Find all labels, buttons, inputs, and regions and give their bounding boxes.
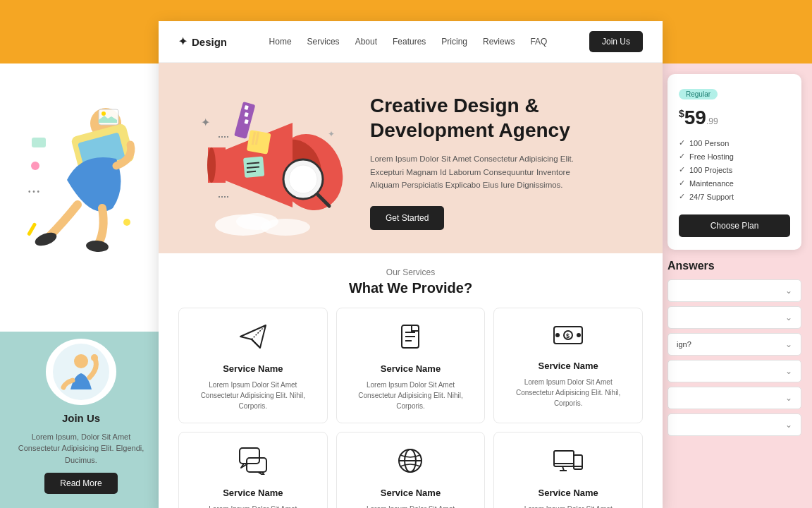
service-name-4: Service Name	[190, 488, 316, 498]
svg-point-48	[577, 333, 581, 337]
document-icon	[348, 322, 474, 356]
hero-description: Lorem Ipsum Dolor Sit Amet Consectetur A…	[370, 152, 596, 191]
nav-item-faq[interactable]: FAQ	[530, 37, 547, 47]
service-desc-3: Lorem Ipsum Dolor Sit Amet Consectetur A…	[505, 377, 631, 409]
service-name-5: Service Name	[348, 488, 474, 498]
services-subtitle: Our Services	[178, 267, 643, 277]
get-started-button[interactable]: Get Started	[370, 206, 444, 230]
join-us-title: Join Us	[62, 412, 100, 424]
service-card-5: Service Name Lorem Ipsum Dolor Sit Amet …	[336, 432, 486, 508]
service-card-6: Service Name Lorem Ipsum Dolor Sit Amet …	[493, 432, 643, 508]
svg-point-47	[555, 333, 560, 337]
left-bottom-panel: Join Us Lorem Ipsum, Dolor Sit Amet Cons…	[11, 339, 152, 494]
right-panel: Regular $59.99 100 Person Free Hosting 1…	[660, 67, 808, 447]
feature-item: 100 Person	[679, 136, 790, 150]
faq-item-6[interactable]: ⌄	[668, 413, 801, 436]
nav-item-pricing[interactable]: Pricing	[441, 37, 467, 47]
brand-name: Design	[192, 36, 227, 48]
globe-icon	[348, 447, 474, 480]
svg-point-26	[289, 165, 317, 193]
nav-item-home[interactable]: Home	[269, 37, 292, 47]
service-desc-4: Lorem Ipsum Dolor Sit Amet Consectetur A…	[190, 504, 316, 508]
service-desc-2: Lorem Ipsum Dolor Sit Amet Consectetur A…	[348, 380, 474, 411]
service-card-3: $ Service Name Lorem Ipsum Dolor Sit Ame…	[493, 308, 643, 423]
svg-text:• • •: • • •	[28, 188, 40, 195]
nav-item-reviews[interactable]: Reviews	[483, 37, 515, 47]
faq-item-4[interactable]: ⌄	[668, 360, 801, 382]
svg-point-17	[207, 147, 216, 183]
service-card-1: Service Name Lorem Ipsum Dolor Sit Amet …	[178, 308, 328, 423]
service-card-4: Service Name Lorem Ipsum Dolor Sit Amet …	[178, 432, 328, 508]
hero-section: ✦ ✦ Creative Design & Development Agency	[159, 63, 663, 253]
svg-point-4	[85, 240, 109, 253]
services-section: Our Services What We Provide? Service Na…	[159, 253, 663, 508]
pricing-card: Regular $59.99 100 Person Free Hosting 1…	[668, 74, 801, 250]
faq-item-label-3: ign?	[677, 340, 785, 349]
svg-rect-50	[247, 458, 266, 472]
faq-section: Answers ⌄ ⌄ ign? ⌄ ⌄ ⌄ ⌄	[668, 260, 801, 436]
feature-item: Maintenance	[679, 176, 790, 190]
chevron-down-icon-5: ⌄	[785, 393, 792, 403]
services-grid: Service Name Lorem Ipsum Dolor Sit Amet …	[178, 308, 643, 508]
nav-item-services[interactable]: Services	[307, 37, 340, 47]
service-desc-5: Lorem Ipsum Dolor Sit Amet Consectetur A…	[348, 504, 474, 508]
choose-plan-button[interactable]: Choose Plan	[679, 214, 790, 237]
svg-point-10	[102, 111, 106, 116]
svg-point-13	[74, 354, 88, 368]
svg-line-24	[247, 171, 256, 172]
join-us-desc: Lorem Ipsum, Dolor Sit Amet Consectetur …	[11, 431, 152, 466]
join-button[interactable]: Join Us	[589, 31, 643, 52]
brand-icon: ✦	[178, 35, 187, 48]
service-name-1: Service Name	[190, 363, 316, 374]
join-us-avatar	[46, 339, 116, 405]
hero-title: Creative Design & Development Agency	[370, 93, 634, 143]
pricing-badge: Regular	[679, 89, 718, 99]
service-name-2: Service Name	[348, 363, 474, 374]
feature-item: Free Hosting	[679, 150, 790, 163]
faq-item-1[interactable]: ⌄	[668, 279, 801, 302]
devices-icon	[505, 447, 631, 480]
svg-point-7	[123, 219, 130, 226]
feature-item: 24/7 Support	[679, 190, 790, 203]
services-title: What We Provide?	[178, 280, 643, 296]
svg-text:✦: ✦	[201, 116, 210, 128]
svg-point-14	[91, 354, 98, 361]
hero-title-line2: Development Agency	[370, 118, 634, 143]
navbar-brand: ✦ Design	[178, 35, 227, 48]
navbar: ✦ Design Home Services About Features Pr…	[159, 21, 663, 63]
plane-icon	[190, 322, 316, 356]
chevron-down-icon-6: ⌄	[785, 420, 792, 430]
service-desc-6: Lorem Ipsum Dolor Sit Amet Consectetur A…	[505, 504, 631, 508]
pricing-price: $59.99	[679, 107, 790, 129]
faq-item-3[interactable]: ign? ⌄	[668, 333, 801, 356]
service-name-3: Service Name	[505, 361, 631, 371]
read-more-button[interactable]: Read More	[44, 473, 117, 494]
svg-point-12	[53, 344, 109, 400]
svg-text:✦: ✦	[328, 129, 335, 139]
left-illustration-panel: • • •	[11, 71, 152, 303]
faq-item-5[interactable]: ⌄	[668, 387, 801, 409]
service-name-6: Service Name	[505, 488, 631, 498]
service-desc-1: Lorem Ipsum Dolor Sit Amet Consectetur A…	[190, 380, 316, 411]
price-cents: .99	[706, 116, 718, 126]
chat-icon	[190, 447, 316, 480]
hero-illustration: ✦ ✦	[180, 87, 356, 236]
main-website-card: ✦ Design Home Services About Features Pr…	[159, 21, 663, 508]
svg-rect-6	[32, 138, 46, 147]
navbar-nav: Home Services About Features Pricing Rev…	[269, 37, 548, 47]
svg-point-5	[31, 162, 39, 170]
service-card-2: Service Name Lorem Ipsum Dolor Sit Amet …	[336, 308, 486, 423]
nav-item-features[interactable]: Features	[393, 37, 426, 47]
hero-title-line1: Creative Design &	[370, 93, 634, 118]
svg-rect-49	[240, 448, 259, 464]
chevron-down-icon-2: ⌄	[785, 313, 792, 322]
price-value: 59	[684, 107, 706, 128]
svg-point-32	[261, 219, 310, 236]
currency-symbol: $	[679, 108, 684, 119]
faq-item-2[interactable]: ⌄	[668, 306, 801, 329]
feature-item: 100 Projects	[679, 163, 790, 176]
svg-line-38	[252, 339, 260, 348]
nav-item-about[interactable]: About	[355, 37, 377, 47]
chevron-down-icon-1: ⌄	[785, 286, 792, 296]
svg-rect-11	[27, 222, 37, 236]
